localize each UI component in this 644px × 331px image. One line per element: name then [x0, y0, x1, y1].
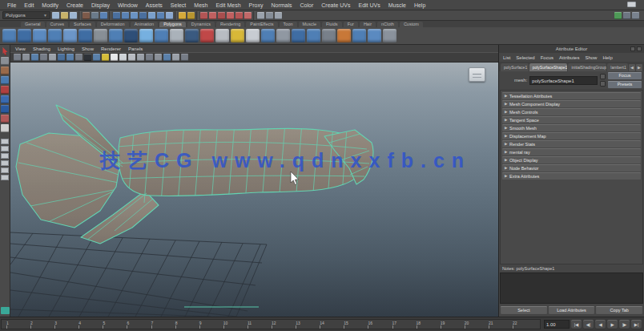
- status-icon[interactable]: [227, 12, 234, 19]
- shelf-tab[interactable]: Custom: [400, 22, 423, 27]
- status-icon[interactable]: [70, 12, 77, 19]
- viewport-toolbar-icon[interactable]: [181, 54, 188, 61]
- shelf-tab[interactable]: Toon: [280, 22, 297, 27]
- shelf-tab[interactable]: Deformation: [97, 22, 129, 27]
- tool-icon[interactable]: [1, 105, 9, 113]
- attribute-editor-menu-item[interactable]: Attributes: [559, 55, 579, 60]
- viewport-overlay-badge[interactable]: [469, 67, 485, 82]
- current-frame-field[interactable]: 1.00: [544, 320, 570, 329]
- sidebar-toggle-icon[interactable]: [614, 12, 622, 19]
- tab-scroll-left-icon[interactable]: ◀: [629, 64, 635, 71]
- tool-icon[interactable]: [1, 76, 9, 84]
- shelf-icon[interactable]: [276, 29, 290, 42]
- viewport-toolbar-icon[interactable]: [155, 54, 162, 61]
- viewport-toolbar-icon[interactable]: [146, 54, 153, 61]
- attribute-editor-menu-item[interactable]: List: [503, 55, 510, 60]
- menu-set-selector[interactable]: Polygons ▼: [2, 11, 50, 19]
- status-icon[interactable]: [179, 12, 186, 19]
- shelf-icon[interactable]: [109, 29, 123, 42]
- layout-button[interactable]: [1, 139, 9, 144]
- attribute-editor-menu-item[interactable]: Focus: [541, 55, 553, 60]
- viewport-toolbar-icon[interactable]: [119, 54, 127, 61]
- attribute-section-header[interactable]: ▶ Object Display: [502, 156, 641, 163]
- sidebar-toggle-icon[interactable]: [623, 12, 630, 19]
- layout-button[interactable]: [1, 168, 9, 173]
- focus-button[interactable]: Focus: [608, 72, 642, 79]
- ae-action-button[interactable]: Load Attributes: [549, 306, 595, 315]
- shelf-icon[interactable]: [383, 29, 396, 42]
- node-tab[interactable]: polySurface1: [501, 63, 529, 71]
- shelf-tab[interactable]: Dynamics: [187, 22, 215, 27]
- status-icon[interactable]: [113, 12, 120, 19]
- tool-icon[interactable]: [1, 47, 9, 55]
- viewport-toolbar-icon[interactable]: [14, 54, 21, 61]
- viewport-menu-item[interactable]: View: [15, 46, 26, 51]
- shelf-icon[interactable]: [18, 29, 31, 42]
- ae-action-button[interactable]: Copy Tab: [596, 306, 642, 315]
- shelf-icon[interactable]: [48, 29, 62, 42]
- shelf-icon[interactable]: [78, 29, 92, 42]
- viewport-toolbar-icon[interactable]: [102, 54, 109, 61]
- shelf-tab[interactable]: Curves: [46, 22, 68, 27]
- viewport-menu-item[interactable]: Lighting: [58, 46, 74, 51]
- viewport-toolbar-icon[interactable]: [137, 54, 144, 61]
- status-icon[interactable]: [139, 12, 147, 19]
- menu-item[interactable]: Mesh: [190, 2, 211, 8]
- playback-button[interactable]: ◀: [595, 320, 606, 329]
- viewport-menu-item[interactable]: Panels: [128, 46, 143, 51]
- menu-item[interactable]: Display: [87, 2, 114, 8]
- menu-item[interactable]: Create UVs: [317, 2, 354, 8]
- status-icon[interactable]: [196, 11, 199, 20]
- menu-item[interactable]: Window: [114, 2, 142, 8]
- shelf-icon[interactable]: [215, 29, 229, 42]
- layout-button[interactable]: [1, 146, 9, 151]
- viewport-menu-item[interactable]: Shading: [33, 46, 50, 51]
- shelf-icon[interactable]: [322, 29, 336, 42]
- attribute-editor-menu-item[interactable]: Selected: [516, 55, 534, 60]
- shelf-icon[interactable]: [200, 29, 214, 42]
- status-icon[interactable]: [148, 12, 155, 19]
- attribute-section-header[interactable]: ▶ Smooth Mesh: [502, 124, 641, 131]
- viewport-canvas[interactable]: 技艺CG www.qdnxxfb.cn: [10, 63, 498, 317]
- shelf-icon[interactable]: [307, 29, 320, 42]
- viewport-toolbar-icon[interactable]: [75, 54, 83, 61]
- viewport-toolbar-icon[interactable]: [66, 54, 74, 61]
- tool-icon[interactable]: [1, 124, 9, 132]
- shelf-icon[interactable]: [246, 29, 260, 42]
- attribute-section-header[interactable]: ▶ mental ray: [502, 148, 641, 155]
- status-icon[interactable]: [91, 12, 99, 19]
- status-icon[interactable]: [100, 12, 107, 19]
- viewport-toolbar-icon[interactable]: [49, 54, 56, 61]
- status-icon[interactable]: [218, 12, 225, 19]
- status-icon[interactable]: [131, 12, 138, 19]
- viewport-toolbar-icon[interactable]: [163, 54, 171, 61]
- shelf-icon[interactable]: [292, 29, 305, 42]
- shelf-tab[interactable]: General: [21, 22, 45, 27]
- status-icon[interactable]: [157, 12, 164, 19]
- attribute-editor-menu-item[interactable]: Help: [602, 55, 612, 60]
- menu-item[interactable]: Edit Mesh: [211, 2, 244, 8]
- shelf-icon[interactable]: [94, 29, 107, 42]
- shelf-tab[interactable]: Rendering: [216, 22, 244, 27]
- menu-item[interactable]: Help: [410, 2, 429, 8]
- shelf-icon[interactable]: [261, 29, 275, 42]
- viewport-menu-item[interactable]: Renderer: [101, 46, 121, 51]
- hide-toggle-icon[interactable]: [600, 81, 606, 87]
- menu-item[interactable]: Muscle: [384, 2, 410, 8]
- sidebar-toggle-icon[interactable]: [632, 12, 639, 19]
- viewport-toolbar-icon[interactable]: [128, 54, 135, 61]
- node-name-field[interactable]: polySurfaceShape1: [529, 76, 598, 85]
- shelf-tab[interactable]: Surfaces: [70, 22, 95, 27]
- status-icon[interactable]: [275, 12, 282, 19]
- layout-button[interactable]: [1, 175, 9, 180]
- notes-input[interactable]: [500, 272, 643, 304]
- menu-item[interactable]: Normals: [267, 2, 296, 8]
- shelf-icon[interactable]: [33, 29, 46, 42]
- node-tab[interactable]: lambert1: [607, 63, 628, 71]
- viewport-toolbar-icon[interactable]: [84, 54, 91, 61]
- shelf-icon[interactable]: [63, 29, 77, 42]
- shelf-tab[interactable]: Muscle: [299, 22, 320, 27]
- shelf-tab[interactable]: Hair: [360, 22, 376, 27]
- shelf-icon[interactable]: [337, 29, 351, 42]
- shelf-icon[interactable]: [231, 29, 244, 42]
